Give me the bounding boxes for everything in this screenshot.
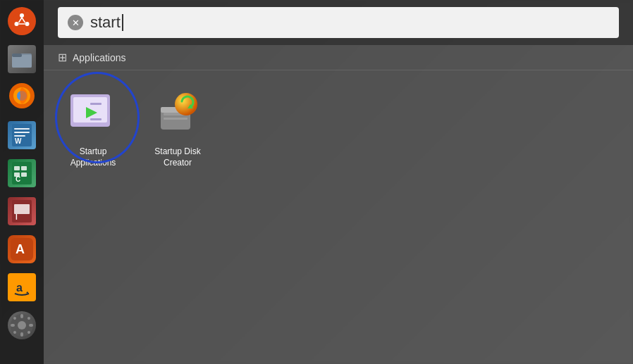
svg-rect-46	[90, 118, 102, 120]
search-cursor	[122, 14, 123, 31]
svg-rect-15	[14, 132, 30, 133]
svg-text:C: C	[16, 175, 20, 183]
section-title-applications: Applications	[73, 52, 126, 63]
files-icon	[8, 45, 36, 73]
app-item-startup-disk-creator[interactable]: Startup Disk Creator	[142, 84, 213, 168]
svg-rect-45	[90, 103, 102, 105]
svg-text:W: W	[15, 137, 22, 145]
svg-rect-14	[14, 128, 30, 130]
settings-icon	[8, 311, 36, 339]
sidebar-item-impress[interactable]: I	[4, 193, 40, 230]
sidebar-item-calc[interactable]: C	[4, 155, 40, 192]
svg-rect-37	[29, 324, 33, 327]
startup-disk-creator-label: Startup Disk Creator	[142, 146, 213, 168]
sidebar-item-software-center[interactable]: A	[4, 231, 40, 268]
svg-rect-25	[14, 204, 30, 214]
svg-rect-19	[14, 166, 20, 170]
svg-rect-35	[20, 332, 23, 337]
amazon-icon: a	[8, 273, 36, 301]
svg-point-3	[15, 22, 19, 26]
sidebar-item-files[interactable]	[4, 41, 40, 77]
sidebar-item-firefox[interactable]	[4, 79, 40, 115]
impress-icon: I	[8, 197, 36, 225]
firefox-icon	[8, 82, 36, 113]
svg-point-1	[20, 13, 24, 18]
svg-rect-34	[20, 314, 23, 318]
section-icon: ⊞	[58, 51, 67, 64]
svg-text:I: I	[16, 213, 18, 221]
sidebar-item-writer[interactable]: W	[4, 117, 40, 153]
search-bar[interactable]: ✕ start	[58, 7, 619, 38]
search-clear-button[interactable]: ✕	[68, 15, 83, 30]
software-center-icon: A	[8, 235, 36, 263]
sidebar-item-settings[interactable]	[4, 307, 40, 344]
apps-grid: Startup Applications	[44, 70, 633, 182]
svg-rect-20	[21, 166, 27, 170]
startup-disk-creator-icon-wrapper	[149, 84, 206, 141]
svg-point-2	[25, 22, 30, 26]
sidebar-item-ubuntu[interactable]	[4, 3, 40, 39]
app-item-startup-applications[interactable]: Startup Applications	[58, 84, 128, 168]
svg-rect-50	[164, 118, 188, 120]
section-header-applications: ⊞ Applications	[44, 45, 633, 70]
startup-applications-label: Startup Applications	[58, 146, 128, 168]
startup-applications-icon-wrapper	[65, 84, 121, 141]
svg-rect-9	[12, 54, 22, 57]
svg-rect-36	[11, 324, 15, 327]
svg-text:A: A	[16, 242, 25, 256]
ubuntu-icon	[8, 7, 36, 35]
sidebar-item-amazon[interactable]: a	[4, 269, 40, 306]
svg-rect-22	[21, 172, 27, 177]
svg-text:a: a	[16, 282, 23, 294]
writer-icon: W	[8, 121, 36, 149]
startup-disk-creator-icon	[155, 90, 200, 135]
svg-point-33	[18, 321, 26, 330]
startup-applications-icon	[70, 90, 116, 135]
calc-icon: C	[8, 159, 36, 187]
content-area: ⊞ Applications Startup Applications	[44, 45, 633, 364]
search-input-value[interactable]: start	[90, 13, 121, 32]
sidebar: W C I A	[0, 0, 44, 364]
svg-rect-16	[14, 135, 25, 137]
